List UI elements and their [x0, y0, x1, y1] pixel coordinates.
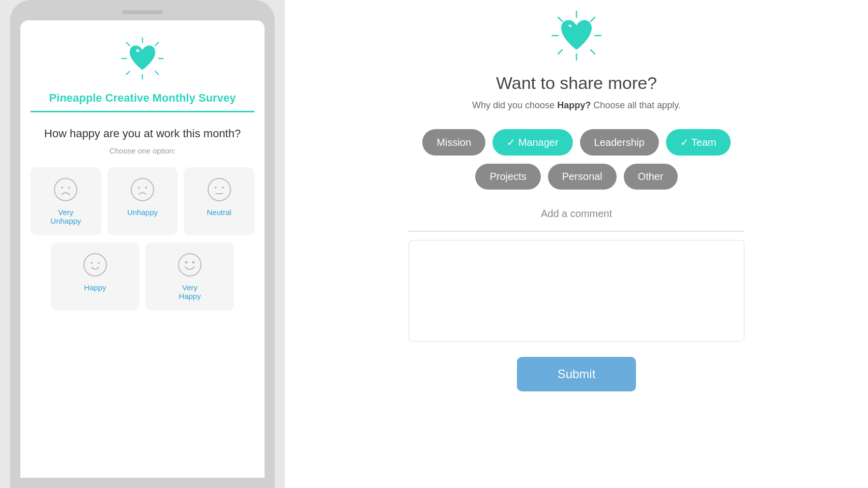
- tag-personal[interactable]: Personal: [548, 164, 617, 190]
- svg-point-15: [145, 187, 147, 189]
- left-panel: Pineapple Creative Monthly Survey How ha…: [0, 0, 285, 488]
- svg-line-5: [155, 71, 158, 74]
- svg-line-30: [558, 17, 562, 21]
- tag-mission[interactable]: Mission: [422, 129, 485, 156]
- svg-line-4: [127, 43, 130, 46]
- svg-point-13: [131, 178, 154, 201]
- svg-line-31: [591, 50, 595, 54]
- comment-label: Add a comment: [315, 208, 837, 220]
- comment-textarea[interactable]: [409, 240, 744, 342]
- subtitle-bold: Happy?: [557, 100, 591, 110]
- mood-label-unhappy: Unhappy: [127, 208, 158, 217]
- tags-row-1: Mission ✓ Manager Leadership ✓ Team: [422, 129, 730, 156]
- tag-team[interactable]: ✓ Team: [666, 129, 731, 156]
- svg-point-35: [569, 25, 572, 27]
- share-title: Want to share more?: [496, 73, 657, 93]
- heart-logo-right: [551, 10, 602, 73]
- mood-label-neutral: Neutral: [207, 208, 231, 217]
- tags-row-2: Projects Personal Other: [475, 164, 677, 190]
- phone-screen: Pineapple Creative Monthly Survey How ha…: [20, 20, 265, 478]
- mood-grid-top: VeryUnhappy Unhappy: [31, 167, 254, 235]
- svg-point-24: [185, 261, 188, 263]
- svg-point-18: [222, 187, 224, 189]
- survey-title: Pineapple Creative Monthly Survey: [31, 92, 254, 112]
- mood-grid-bottom: Happy VeryHappy: [31, 242, 254, 311]
- svg-point-22: [98, 262, 100, 264]
- svg-point-11: [61, 187, 63, 189]
- tag-leadership[interactable]: Leadership: [580, 129, 659, 156]
- svg-point-16: [208, 178, 230, 201]
- question-text: How happy are you at work this month?: [31, 127, 254, 141]
- right-panel: Want to share more? Why did you choose H…: [285, 0, 868, 488]
- mood-label-happy: Happy: [84, 283, 106, 292]
- comment-divider: [409, 231, 744, 232]
- svg-point-21: [91, 262, 93, 264]
- tag-manager[interactable]: ✓ Manager: [493, 129, 573, 156]
- mood-happy[interactable]: Happy: [51, 242, 139, 311]
- mood-very-unhappy[interactable]: VeryUnhappy: [31, 167, 101, 235]
- mood-label-very-happy: VeryHappy: [179, 283, 200, 300]
- mood-neutral[interactable]: Neutral: [184, 167, 254, 235]
- svg-line-32: [591, 17, 595, 21]
- svg-point-12: [68, 187, 70, 189]
- share-subtitle: Why did you choose Happy? Choose all tha…: [472, 100, 681, 111]
- svg-line-33: [558, 50, 562, 54]
- svg-point-20: [84, 254, 106, 276]
- svg-line-6: [155, 43, 158, 46]
- tag-projects[interactable]: Projects: [475, 164, 540, 190]
- mood-unhappy[interactable]: Unhappy: [107, 167, 178, 235]
- svg-point-25: [192, 261, 195, 263]
- phone-mockup: Pineapple Creative Monthly Survey How ha…: [10, 0, 275, 488]
- mood-label-very-unhappy: VeryUnhappy: [50, 208, 81, 225]
- tag-other[interactable]: Other: [624, 164, 678, 190]
- svg-point-23: [179, 254, 201, 276]
- svg-point-14: [138, 187, 140, 189]
- svg-point-10: [54, 178, 77, 201]
- phone-speaker: [122, 10, 163, 14]
- svg-point-17: [215, 187, 217, 189]
- mood-very-happy[interactable]: VeryHappy: [146, 242, 234, 311]
- choose-option-label: Choose one option:: [31, 146, 254, 155]
- subtitle-post: Choose all that apply.: [591, 100, 681, 110]
- submit-button[interactable]: Submit: [517, 357, 636, 391]
- subtitle-pre: Why did you choose: [472, 100, 557, 110]
- svg-line-7: [127, 71, 130, 74]
- heart-logo-left: [31, 36, 254, 81]
